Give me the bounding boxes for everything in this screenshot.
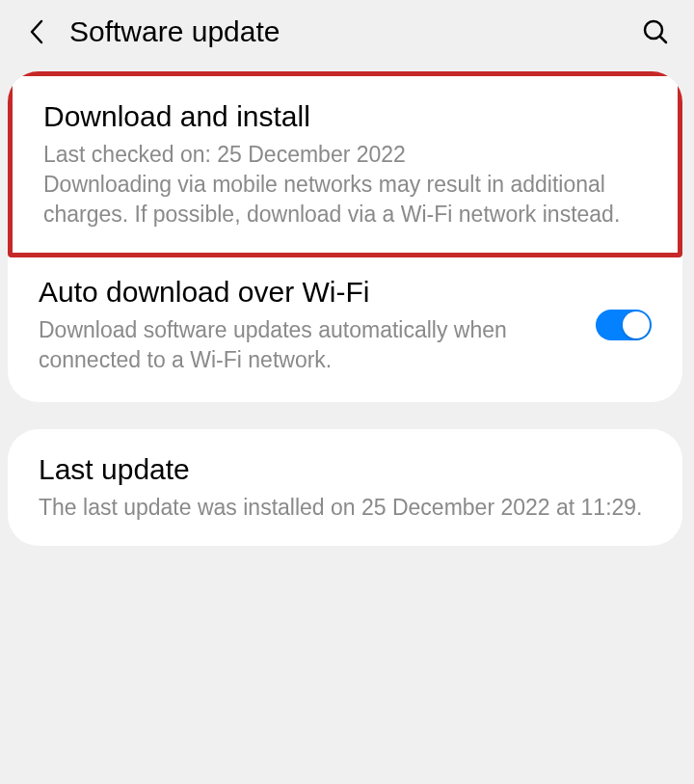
download-install-item[interactable]: Download and install Last checked on: 25… bbox=[8, 71, 682, 257]
last-update-item[interactable]: Last update The last update was installe… bbox=[8, 429, 682, 546]
toggle-knob bbox=[623, 311, 650, 338]
page-title: Software update bbox=[69, 15, 640, 48]
last-update-subtitle: The last update was installed on 25 Dece… bbox=[39, 493, 652, 523]
back-icon[interactable] bbox=[23, 18, 50, 45]
auto-download-title: Auto download over Wi-Fi bbox=[39, 275, 580, 310]
download-install-title: Download and install bbox=[43, 99, 647, 134]
auto-download-toggle[interactable] bbox=[596, 310, 652, 340]
auto-download-item[interactable]: Auto download over Wi-Fi Download softwa… bbox=[8, 257, 682, 402]
card-main: Download and install Last checked on: 25… bbox=[8, 71, 682, 402]
last-update-title: Last update bbox=[39, 452, 652, 487]
auto-download-subtitle: Download software updates automatically … bbox=[39, 315, 580, 375]
download-install-subtitle: Last checked on: 25 December 2022 Downlo… bbox=[43, 140, 647, 230]
search-icon[interactable] bbox=[640, 16, 671, 47]
card-last-update: Last update The last update was installe… bbox=[8, 429, 682, 546]
header-bar: Software update bbox=[0, 0, 694, 64]
